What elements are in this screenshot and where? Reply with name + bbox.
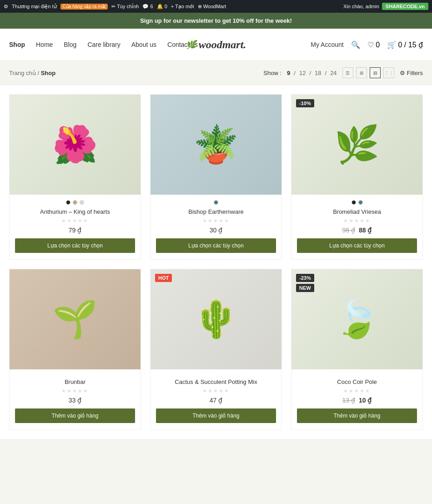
product-image-visual: 🪴 <box>151 95 281 195</box>
product-name: Coco Coir Pole <box>297 378 417 385</box>
product-stars: ★★★★★ <box>297 388 417 394</box>
product-stars: ★★★★★ <box>15 218 135 224</box>
new-badge: NEW <box>296 284 314 292</box>
product-grid: 🌺 Anthurium – King of hearts ★★★★★ 79 ₫ … <box>0 85 432 439</box>
discount-badge: -10% <box>296 99 314 107</box>
product-info-coco: Coco Coir Pole ★★★★★ 13 ₫ 10 ₫ Thêm vào … <box>291 369 422 429</box>
product-image-anthurium: 🌺 <box>10 95 141 195</box>
color-swatches <box>15 200 135 205</box>
product-card-coco: -23% NEW 🍃 Coco Coir Pole ★★★★★ 13 ₫ 10 … <box>291 269 423 430</box>
product-image-bromeliad: 🌿 <box>291 95 422 195</box>
admin-site: ⊕ WoodMart <box>198 4 226 10</box>
product-info-cactus: Cactus & Succulent Potting Mix ★★★★★ 47 … <box>151 369 281 429</box>
show-sep3: / <box>325 70 327 76</box>
product-name: Anthurium – King of hearts <box>15 208 135 215</box>
wishlist-icon[interactable]: ♡ 0 <box>367 40 380 49</box>
show-18[interactable]: 18 <box>315 70 321 76</box>
admin-notif: 🔔 0 <box>157 4 167 10</box>
color-dot-black[interactable] <box>66 200 70 205</box>
discount-badge: -23% <box>296 274 314 282</box>
filters-button[interactable]: ⚙ Filters <box>400 70 423 76</box>
color-dot-blue[interactable] <box>358 200 363 205</box>
sale-price: 88 ₫ <box>359 227 372 234</box>
product-card-bishop: 🪴 Bishop Earthernware ★★★★★ 30 ₫ Lựa chọ… <box>150 94 282 260</box>
nav-care-library[interactable]: Care library <box>87 41 120 48</box>
select-options-button[interactable]: Lựa chọn các tùy chọn <box>297 238 417 253</box>
color-dot-white[interactable] <box>80 200 84 205</box>
show-label: Show : <box>263 70 281 76</box>
search-icon[interactable]: 🔍 <box>351 40 360 49</box>
color-swatches <box>297 200 417 205</box>
promo-banner: Sign up for our newsletter to get 10% of… <box>0 13 432 29</box>
add-to-cart-button[interactable]: Thêm vào giỏ hàng <box>156 408 276 423</box>
promo-text: Sign up for our newsletter to get 10% of… <box>140 17 292 24</box>
product-price: 13 ₫ 10 ₫ <box>297 397 417 404</box>
product-stars: ★★★★★ <box>15 388 135 394</box>
color-dot-beige[interactable] <box>73 200 77 205</box>
product-image-visual: 🌿 <box>291 95 422 195</box>
show-numbers: 9 / 12 / 18 / 24 <box>287 70 337 76</box>
product-name: Bishop Earthernware <box>156 208 276 215</box>
view-grid-3[interactable]: ⊟ <box>370 67 381 78</box>
nav-blog[interactable]: Blog <box>64 41 76 48</box>
select-options-button[interactable]: Lựa chọn các tùy chọn <box>156 238 276 253</box>
admin-customize: ✏ Tùy chỉnh <box>111 4 139 10</box>
sale-price: 10 ₫ <box>359 397 372 404</box>
product-info-brunbar: Brunbar ★★★★★ 33 ₫ Thêm vào giỏ hàng <box>10 369 141 429</box>
add-to-cart-button[interactable]: Thêm vào giỏ hàng <box>15 408 135 423</box>
nav-home[interactable]: Home <box>36 41 53 48</box>
admin-comments: 💬 6 <box>142 4 153 10</box>
product-name: Brunbar <box>15 378 135 385</box>
product-price: 33 ₫ <box>15 397 135 404</box>
breadcrumb-home[interactable]: Trang chủ <box>9 70 36 76</box>
view-grid-2[interactable]: ⊞ <box>356 67 367 78</box>
product-card-cactus: HOT 🌵 Cactus & Succulent Potting Mix ★★★… <box>150 269 282 430</box>
product-image-bishop: 🪴 <box>151 95 281 195</box>
view-list[interactable]: ☰ <box>342 67 353 78</box>
breadcrumb: Trang chủ / Shop <box>9 70 55 76</box>
product-price: 98 ₫ 88 ₫ <box>297 227 417 234</box>
view-grid-4[interactable]: ⋮⋮ <box>383 67 394 78</box>
product-price: 30 ₫ <box>156 227 276 234</box>
admin-bar-left: ⚙ Thương mại điện tử Cửa hàng sắp ra mắt… <box>4 4 226 10</box>
nav-shop[interactable]: Shop <box>9 41 25 48</box>
show-sep1: / <box>294 70 296 76</box>
page-bar: Trang chủ / Shop Show : 9 / 12 / 18 / 24… <box>0 61 432 85</box>
product-image-visual: 🌵 <box>151 269 281 369</box>
store-tag: Cửa hàng sắp ra mắt <box>60 4 108 10</box>
navigation: Shop Home Blog Care library About us Con… <box>0 29 432 61</box>
my-account-link[interactable]: My Account <box>311 41 343 48</box>
show-controls: Show : 9 / 12 / 18 / 24 ☰ ⊞ ⊟ ⋮⋮ ⚙ Filte… <box>263 67 423 78</box>
product-price: 47 ₫ <box>156 397 276 404</box>
product-image-cactus: 🌵 <box>151 269 281 369</box>
color-dot-black[interactable] <box>352 200 356 205</box>
product-card-bromeliad: -10% 🌿 Bromeliad Vriesea ★★★★★ 98 ₫ 88 ₫… <box>291 94 423 260</box>
view-icons: ☰ ⊞ ⊟ ⋮⋮ <box>342 67 394 78</box>
cart-icon[interactable]: 🛒 0 / 15 ₫ <box>387 40 423 49</box>
add-to-cart-button[interactable]: Thêm vào giỏ hàng <box>297 408 417 423</box>
product-name: Cactus & Succulent Potting Mix <box>156 378 276 385</box>
product-image-visual: 🌱 <box>10 269 141 369</box>
admin-ecommerce: Thương mại điện tử <box>12 4 57 10</box>
nav-left: Shop Home Blog Care library About us Con… <box>9 41 198 48</box>
product-info-anthurium: Anthurium – King of hearts ★★★★★ 79 ₫ Lự… <box>10 195 141 259</box>
admin-greeting: Xin chào, admin <box>343 4 379 9</box>
show-12[interactable]: 12 <box>299 70 306 76</box>
show-9[interactable]: 9 <box>287 70 290 76</box>
site-logo: 🌿 woodmart. <box>186 39 246 51</box>
filter-icon: ⚙ <box>400 70 405 76</box>
select-options-button[interactable]: Lựa chọn các tùy chọn <box>15 238 135 253</box>
color-dot-blue[interactable] <box>214 200 218 205</box>
wp-icon: ⚙ <box>4 4 8 10</box>
show-24[interactable]: 24 <box>330 70 337 76</box>
product-card-brunbar: 🌱 Brunbar ★★★★★ 33 ₫ Thêm vào giỏ hàng <box>9 269 141 430</box>
product-stars: ★★★★★ <box>297 218 417 224</box>
breadcrumb-current: Shop <box>41 70 56 76</box>
nav-about[interactable]: About us <box>131 41 156 48</box>
product-info-bishop: Bishop Earthernware ★★★★★ 30 ₫ Lựa chọn … <box>151 195 281 259</box>
product-stars: ★★★★★ <box>156 388 276 394</box>
sharecode-logo: SHARECODE.vn <box>382 3 428 10</box>
nav-right: My Account 🔍 ♡ 0 🛒 0 / 15 ₫ <box>311 40 423 49</box>
color-swatches <box>156 200 276 205</box>
original-price: 98 ₫ <box>342 227 355 234</box>
